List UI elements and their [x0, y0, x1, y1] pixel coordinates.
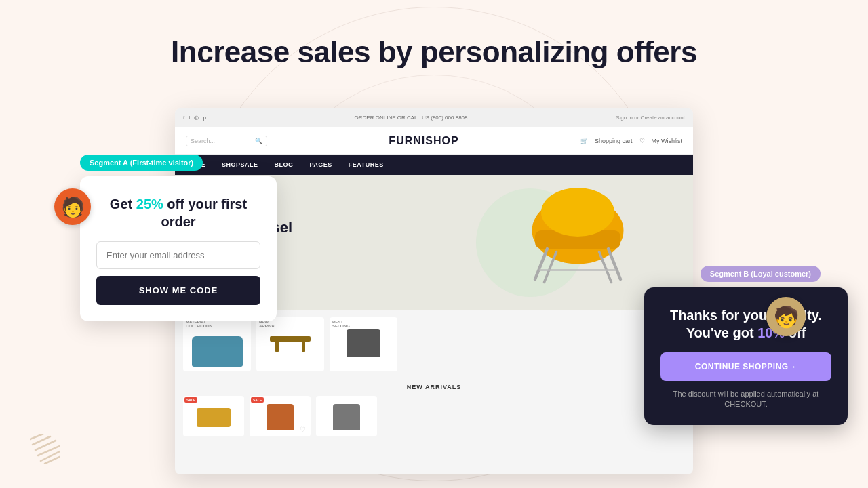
topbar-left: f t ◎ p [183, 115, 206, 121]
hero-chair-image [517, 182, 639, 304]
arrival-card-3 [316, 396, 377, 436]
wishlist-label: My Wishlist [652, 138, 683, 144]
product-label-chair: BESTSELLING [332, 320, 350, 328]
segment-a-discount: 25% [136, 197, 163, 211]
sale-badge-2: SALE [251, 397, 264, 403]
instagram-icon: ◎ [194, 115, 199, 121]
facebook-icon: f [183, 115, 184, 121]
topbar-right: Sign In or Create an account [616, 115, 685, 121]
avatar-segment-b: 🧒 [766, 297, 806, 336]
product-card-table: NEWARRIVAL [256, 317, 324, 371]
product-card-sofa: MATERIALCOLLECTION [183, 317, 251, 371]
avatar-segment-a: 🧑 [54, 188, 91, 225]
svg-line-8 [30, 434, 43, 439]
segment-b-popup: Segment B (Loyal customer) Thanks for yo… [644, 287, 848, 425]
nav-shopsale[interactable]: SHOPSALE [222, 161, 258, 168]
twitter-icon: t [189, 115, 190, 121]
search-icon: 🔍 [255, 138, 262, 144]
nav-features[interactable]: FEATURES [349, 161, 384, 168]
checkout-note: The discount will be applied automatical… [660, 389, 831, 410]
svg-point-2 [541, 188, 614, 237]
avatar-a-emoji: 🧑 [61, 196, 85, 218]
main-heading: Increase sales by personalizing offers [0, 35, 868, 69]
segment-a-title-part1: Get [110, 197, 136, 211]
heart-icon[interactable]: ♡ [300, 426, 308, 434]
cart-icon: 🛒 [580, 138, 588, 144]
continue-shopping-button[interactable]: CONTINUE SHOPPING→ [660, 352, 831, 381]
arrivals-row: SALE SALE ♡ [175, 393, 693, 439]
arrival-card-1: SALE [183, 396, 244, 436]
wishlist-icon: ♡ [639, 138, 645, 144]
show-code-button[interactable]: SHOW ME CODE [96, 276, 260, 305]
email-input[interactable] [96, 241, 260, 269]
browser-navbar: Search... 🔍 FURNISHOP 🛒 Shopping cart ♡ … [175, 127, 693, 155]
topbar-center: ORDER ONLINE OR CALL US (800) 000 8808 [355, 115, 468, 121]
segment-b-tag: Segment B (Loyal customer) [701, 266, 821, 282]
svg-line-3 [535, 249, 547, 279]
browser-topbar: f t ◎ p ORDER ONLINE OR CALL US (800) 00… [175, 108, 693, 127]
search-placeholder: Search... [191, 138, 255, 144]
arrival-card-2: SALE ♡ [250, 396, 311, 436]
browser-mainnav: HOME SHOPSALE BLOG PAGES FEATURES [175, 155, 693, 175]
navbar-logo: FURNISHOP [389, 135, 458, 147]
cart-label: Shopping cart [595, 138, 633, 144]
segment-b-title: Thanks for your loyalty.You've got 10% o… [660, 306, 831, 342]
nav-blog[interactable]: BLOG [275, 161, 294, 168]
svg-line-4 [608, 249, 620, 279]
arrivals-section-label: NEW ARRIVALS [175, 378, 693, 393]
segment-a-popup: Segment A (First-time visitor) Get 25% o… [80, 176, 277, 321]
segment-a-tag: Segment A (First-time visitor) [80, 155, 203, 171]
segment-a-title: Get 25% off your first order [96, 195, 260, 230]
decorative-lines-icon [30, 434, 60, 466]
product-card-chair: BESTSELLING [330, 317, 397, 371]
sale-badge-1: SALE [184, 397, 197, 403]
navbar-actions: 🛒 Shopping cart ♡ My Wishlist [580, 138, 682, 144]
navbar-search[interactable]: Search... 🔍 [186, 136, 267, 146]
avatar-b-emoji: 🧒 [774, 305, 799, 329]
segment-a-title-part2: off your first order [161, 197, 247, 229]
nav-pages[interactable]: PAGES [310, 161, 332, 168]
pinterest-icon: p [203, 115, 205, 121]
